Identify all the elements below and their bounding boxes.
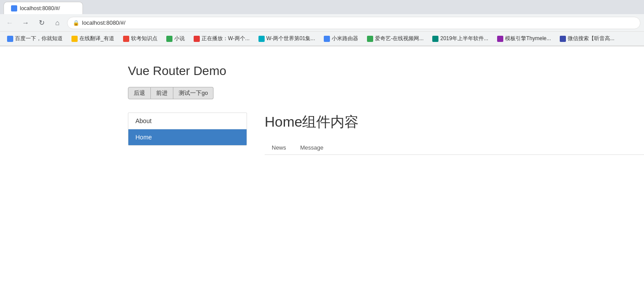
bookmark-label: 在线翻译_有道 <box>79 35 114 42</box>
app-title: Vue Router Demo <box>128 64 644 78</box>
browser-toolbar: ← → ↻ ⌂ 🔒 localhost:8080/#/ <box>0 14 644 32</box>
bookmark-favicon <box>324 36 330 42</box>
bookmark-label: 百度一下，你就知道 <box>15 35 63 42</box>
bookmark-item[interactable]: 正在播放：W-两个... <box>190 34 253 44</box>
bookmark-favicon <box>497 36 503 42</box>
browser-tabs: localhost:8080/#/ <box>0 0 644 14</box>
bookmark-item[interactable]: 微信搜索【听音高... <box>556 34 618 44</box>
bookmark-favicon <box>194 36 200 42</box>
sub-nav-message[interactable]: Message <box>293 141 331 154</box>
forward-app-button[interactable]: 前进 <box>151 87 173 99</box>
btn-group: 后退 前进 测试一下go <box>128 87 644 99</box>
nav-panel: About Home <box>128 113 247 146</box>
bookmark-label: 微信搜索【听音高... <box>568 35 614 42</box>
bookmark-label: 正在播放：W-两个... <box>202 35 250 42</box>
nav-item-home[interactable]: Home <box>128 129 247 145</box>
bookmark-favicon <box>7 36 13 42</box>
bookmark-label: 小说 <box>174 35 185 42</box>
back-app-button[interactable]: 后退 <box>128 87 151 99</box>
bookmark-item[interactable]: 小说 <box>163 34 188 44</box>
bookmark-item[interactable]: 2019年上半年软件... <box>429 34 492 44</box>
bookmark-favicon <box>166 36 172 42</box>
page-content: Vue Router Demo 后退 前进 测试一下go About Home … <box>0 46 644 155</box>
bookmark-label: W-两个世界第01集... <box>266 35 315 42</box>
bookmark-item[interactable]: 小米路由器 <box>320 34 362 44</box>
sub-nav-news[interactable]: News <box>265 141 293 154</box>
bookmark-item[interactable]: W-两个世界第01集... <box>255 34 318 44</box>
bookmark-label: 模板引擎Thymele... <box>505 35 551 42</box>
reload-button[interactable]: ↻ <box>35 17 48 29</box>
bookmark-favicon <box>258 36 265 42</box>
back-button[interactable]: ← <box>4 17 16 29</box>
bookmark-favicon <box>560 36 566 42</box>
tab-title: localhost:8080/#/ <box>20 5 60 11</box>
lock-icon: 🔒 <box>73 20 79 26</box>
bookmark-item[interactable]: 百度一下，你就知道 <box>4 34 66 44</box>
bookmark-favicon <box>71 36 78 42</box>
address-bar[interactable]: 🔒 localhost:8080/#/ <box>67 17 640 29</box>
bookmark-label: 软考知识点 <box>131 35 157 42</box>
home-button[interactable]: ⌂ <box>51 17 64 29</box>
bookmark-favicon <box>123 36 129 42</box>
bookmark-item[interactable]: 软考知识点 <box>120 34 161 44</box>
bookmark-item[interactable]: 在线翻译_有道 <box>68 34 118 44</box>
bookmark-label: 2019年上半年软件... <box>440 35 488 42</box>
bookmark-label: 爱奇艺-在线视频网... <box>375 35 423 42</box>
sub-nav: News Message <box>265 141 644 155</box>
bookmark-label: 小米路由器 <box>332 35 358 42</box>
bookmark-favicon <box>432 36 438 42</box>
component-title: Home组件内容 <box>265 113 644 132</box>
browser-chrome: localhost:8080/#/ ← → ↻ ⌂ 🔒 localhost:80… <box>0 0 644 46</box>
content-area: Home组件内容 News Message <box>265 113 644 155</box>
main-layout: About Home Home组件内容 News Message <box>128 113 644 155</box>
test-go-button[interactable]: 测试一下go <box>173 87 213 99</box>
nav-item-about[interactable]: About <box>128 113 247 129</box>
bookmarks-bar: 百度一下，你就知道在线翻译_有道软考知识点小说正在播放：W-两个...W-两个世… <box>0 32 644 46</box>
bookmark-favicon <box>367 36 373 42</box>
bookmark-item[interactable]: 模板引擎Thymele... <box>494 34 554 44</box>
address-text: localhost:8080/#/ <box>82 19 125 26</box>
browser-tab[interactable]: localhost:8080/#/ <box>4 2 83 14</box>
forward-button[interactable]: → <box>19 17 32 29</box>
tab-favicon <box>11 5 17 11</box>
bookmark-item[interactable]: 爱奇艺-在线视频网... <box>363 34 427 44</box>
